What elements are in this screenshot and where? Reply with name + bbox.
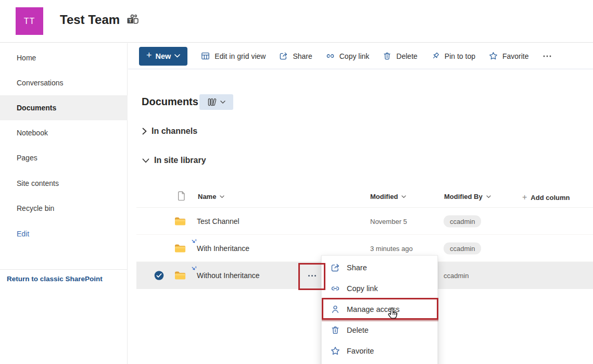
share-button[interactable]: Share [279,52,312,60]
more-commands-button[interactable] [542,55,552,58]
chevron-down-icon [220,101,225,104]
table-row[interactable]: Test Channel November 5 ccadmin [136,208,593,235]
pin-to-top-button[interactable]: Pin to top [431,52,475,60]
menu-item-favorite[interactable]: Favorite [322,341,437,361]
command-bar: + New Edit in grid view Share Copy link … [128,43,593,69]
modified-value: November 5 [370,217,407,225]
sidebar-item-conversations[interactable]: Conversations [0,70,128,95]
ellipsis-icon [542,55,552,58]
chevron-right-icon [142,128,147,135]
page-title: Test Team [60,12,120,27]
library-view-icon [208,98,217,107]
favorite-button[interactable]: Favorite [489,52,529,60]
modified-by-badge[interactable]: ccadmin [444,215,481,227]
column-header-modified-by[interactable]: Modified By [444,193,491,200]
chevron-down-icon [486,195,491,198]
annotation-box-manage-access [322,298,438,320]
svg-text:T: T [129,18,132,23]
column-header-modified[interactable]: Modified [370,193,406,200]
table-header: Name Modified Modified By + Add column [136,186,593,208]
sidebar-item-site-contents[interactable]: Site contents [0,171,128,196]
selected-check-icon[interactable] [154,271,164,281]
teams-icon: T [127,14,141,26]
share-icon [331,263,340,272]
sidebar-item-home[interactable]: Home [0,45,128,70]
sidebar-item-edit[interactable]: Edit [0,221,128,246]
annotation-box-more-actions [298,263,325,290]
sidebar-item-pages[interactable]: Pages [0,145,128,170]
folder-icon [174,244,186,253]
file-type-column-icon[interactable] [178,191,185,201]
new-item-icon [191,239,197,245]
plus-icon: + [146,50,152,61]
library-title: Documents [142,96,198,108]
team-initials: TT [24,17,35,26]
edit-grid-view-button[interactable]: Edit in grid view [201,52,266,60]
view-selector-button[interactable] [199,94,233,110]
section-in-channels[interactable]: In channels [142,127,197,136]
trash-icon [383,52,392,60]
trash-icon [331,325,340,335]
sidebar-divider [0,269,128,270]
chevron-down-icon [220,195,224,198]
link-icon [326,52,335,60]
menu-item-copy-link[interactable]: Copy link [322,278,437,299]
grid-icon [201,52,210,60]
modified-by-badge[interactable]: ccadmin [444,242,481,254]
menu-item-delete[interactable]: Delete [322,320,437,341]
link-icon [331,284,340,293]
chevron-down-icon [174,54,180,58]
site-header: TT Test Team T [0,0,593,43]
section-in-site-library[interactable]: In site library [142,156,206,165]
menu-item-share[interactable]: Share [322,257,437,278]
delete-button[interactable]: Delete [383,52,417,60]
new-item-icon [191,266,197,272]
chevron-down-icon [142,158,149,163]
plus-icon: + [522,193,527,202]
return-classic-link[interactable]: Return to classic SharePoint [7,275,103,283]
cursor-pointer-icon [386,307,400,322]
modified-value: 3 minutes ago [370,244,413,252]
folder-icon [174,217,186,225]
pin-icon [431,52,440,60]
chevron-down-icon [401,195,406,198]
share-icon [279,52,288,60]
team-avatar[interactable]: TT [16,7,43,35]
column-header-name[interactable]: Name [198,193,224,200]
add-column-button[interactable]: + Add column [522,193,570,202]
star-icon [489,52,498,60]
sidebar: Home Conversations Documents Notebook Pa… [0,43,128,364]
sidebar-item-recycle-bin[interactable]: Recycle bin [0,196,128,221]
sidebar-item-notebook[interactable]: Notebook [0,120,128,145]
folder-icon [174,271,186,280]
star-icon [331,346,340,356]
modified-by-badge[interactable]: ccadmin [444,270,475,282]
sidebar-item-documents[interactable]: Documents [0,95,128,120]
copy-link-button[interactable]: Copy link [326,52,370,60]
new-button[interactable]: + New [139,47,187,66]
